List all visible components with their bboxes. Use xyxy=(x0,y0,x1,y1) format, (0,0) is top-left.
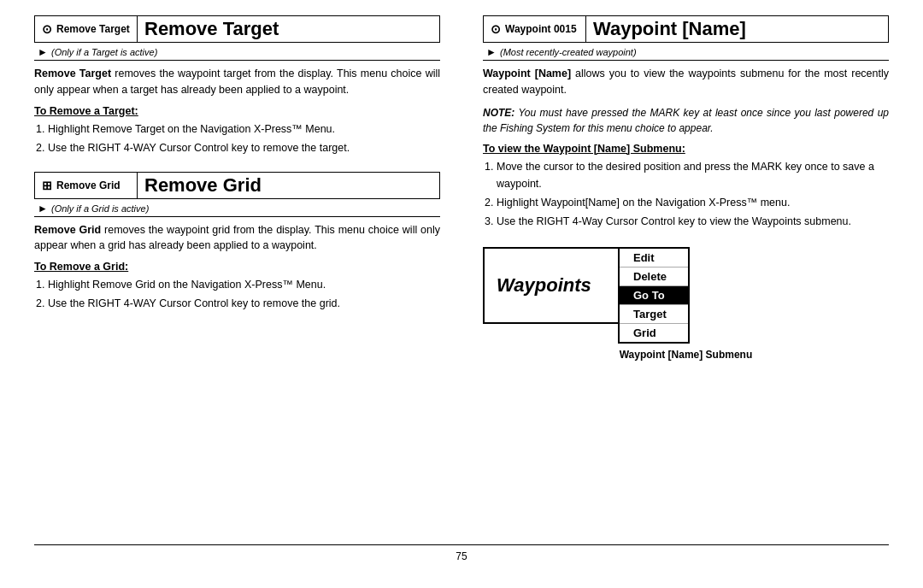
remove-grid-rule xyxy=(34,216,440,217)
remove-grid-title-box: Remove Grid xyxy=(138,173,439,198)
waypoint-name-section: ⊙ Waypoint 0015 Waypoint [Name] ► (Most … xyxy=(483,15,889,61)
remove-grid-subheading: To Remove a Grid: xyxy=(34,261,440,273)
left-column: ⊙ Remove Target Remove Target ► (Only if… xyxy=(34,15,449,536)
waypoint-name-label-box: ⊙ Waypoint 0015 xyxy=(484,16,586,42)
page-footer: 75 xyxy=(34,544,889,562)
remove-target-label-box: ⊙ Remove Target xyxy=(35,16,138,42)
waypoints-main-label: Waypoints xyxy=(497,274,591,297)
diagram-container: Waypoints Edit Delete Go To Target Grid … xyxy=(483,247,889,361)
waypoint-name-body: Waypoint [Name] allows you to view the w… xyxy=(483,66,889,98)
remove-target-arrow: ► xyxy=(34,46,51,58)
remove-target-subheading: To Remove a Target: xyxy=(34,105,440,117)
waypoint-note: NOTE: You must have pressed the MARK key… xyxy=(483,105,889,136)
remove-target-step-2: Use the RIGHT 4-WAY Cursor Control key t… xyxy=(48,139,440,156)
remove-grid-body: Remove Grid removes the waypoint grid fr… xyxy=(34,222,440,255)
remove-target-bold: Remove Target xyxy=(34,68,111,79)
remove-grid-label-box: ⊞ Remove Grid xyxy=(35,173,138,198)
waypoint-name-title-box: Waypoint [Name] xyxy=(586,16,888,42)
remove-grid-section: ⊞ Remove Grid Remove Grid ► (Only if a G… xyxy=(34,172,440,217)
remove-grid-subtitle: (Only if a Grid is active) xyxy=(51,203,149,214)
content-area: ⊙ Remove Target Remove Target ► (Only if… xyxy=(34,15,889,536)
remove-target-title-box: Remove Target xyxy=(138,16,439,42)
remove-target-rule xyxy=(34,60,440,61)
submenu-target: Target xyxy=(620,305,688,324)
submenu-goto: Go To xyxy=(620,286,688,305)
waypoints-diagram: Waypoints Edit Delete Go To Target Grid xyxy=(483,247,889,344)
waypoint-step-3: Use the RIGHT 4-Way Cursor Control key t… xyxy=(497,213,889,230)
remove-grid-header: ⊞ Remove Grid Remove Grid xyxy=(34,172,440,199)
waypoint-name-label: Waypoint 0015 xyxy=(505,23,577,35)
waypoint-name-header: ⊙ Waypoint 0015 Waypoint [Name] xyxy=(483,15,889,43)
remove-target-arrow-row: ► (Only if a Target is active) xyxy=(34,44,440,60)
waypoint-name-title: Waypoint [Name] xyxy=(593,18,881,40)
page-number: 75 xyxy=(456,550,467,562)
remove-target-body: Remove Target removes the waypoint targe… xyxy=(34,66,440,98)
remove-target-icon: ⊙ xyxy=(42,22,52,36)
waypoints-submenu: Edit Delete Go To Target Grid xyxy=(618,247,690,344)
submenu-grid: Grid xyxy=(620,324,688,342)
remove-target-step-1: Highlight Remove Target on the Navigatio… xyxy=(48,121,440,138)
remove-target-header: ⊙ Remove Target Remove Target xyxy=(34,15,440,43)
page: ⊙ Remove Target Remove Target ► (Only if… xyxy=(0,0,923,588)
waypoint-step-2: Highlight Waypoint[Name] on the Navigati… xyxy=(497,194,889,211)
remove-grid-label: Remove Grid xyxy=(56,179,121,191)
remove-target-label: Remove Target xyxy=(56,23,130,35)
submenu-edit: Edit xyxy=(620,249,688,268)
waypoint-name-arrow-row: ► (Most recently-created waypoint) xyxy=(483,44,889,60)
submenu-delete: Delete xyxy=(620,268,688,286)
remove-grid-step-2: Use the RIGHT 4-WAY Cursor Control key t… xyxy=(48,295,440,312)
waypoint-name-arrow: ► xyxy=(483,46,500,58)
remove-grid-step-1: Highlight Remove Grid on the Navigation … xyxy=(48,276,440,293)
waypoint-subheading: To view the Waypoint [Name] Submenu: xyxy=(483,143,889,155)
remove-grid-bold: Remove Grid xyxy=(34,224,101,236)
remove-grid-arrow-row: ► (Only if a Grid is active) xyxy=(34,201,440,216)
waypoint-name-icon: ⊙ xyxy=(491,22,501,36)
waypoint-name-subtitle: (Most recently-created waypoint) xyxy=(500,47,637,57)
remove-grid-arrow: ► xyxy=(34,203,51,215)
waypoint-step-1: Move the cursor to the desired position … xyxy=(497,158,889,192)
remove-target-subtitle: (Only if a Target is active) xyxy=(51,47,157,57)
waypoint-steps: Move the cursor to the desired position … xyxy=(497,158,889,230)
remove-target-section: ⊙ Remove Target Remove Target ► (Only if… xyxy=(34,15,440,61)
remove-target-steps: Highlight Remove Target on the Navigatio… xyxy=(48,121,440,156)
remove-grid-title: Remove Grid xyxy=(144,174,432,197)
remove-grid-steps: Highlight Remove Grid on the Navigation … xyxy=(48,276,440,312)
waypoint-name-rule xyxy=(483,60,889,61)
diagram-caption: Waypoint [Name] Submenu xyxy=(483,349,889,361)
remove-grid-icon: ⊞ xyxy=(42,179,52,192)
waypoint-name-bold: Waypoint [Name] xyxy=(483,68,571,79)
waypoints-main-box: Waypoints xyxy=(483,247,620,324)
remove-target-title: Remove Target xyxy=(144,18,432,40)
right-column: ⊙ Waypoint 0015 Waypoint [Name] ► (Most … xyxy=(474,15,889,536)
